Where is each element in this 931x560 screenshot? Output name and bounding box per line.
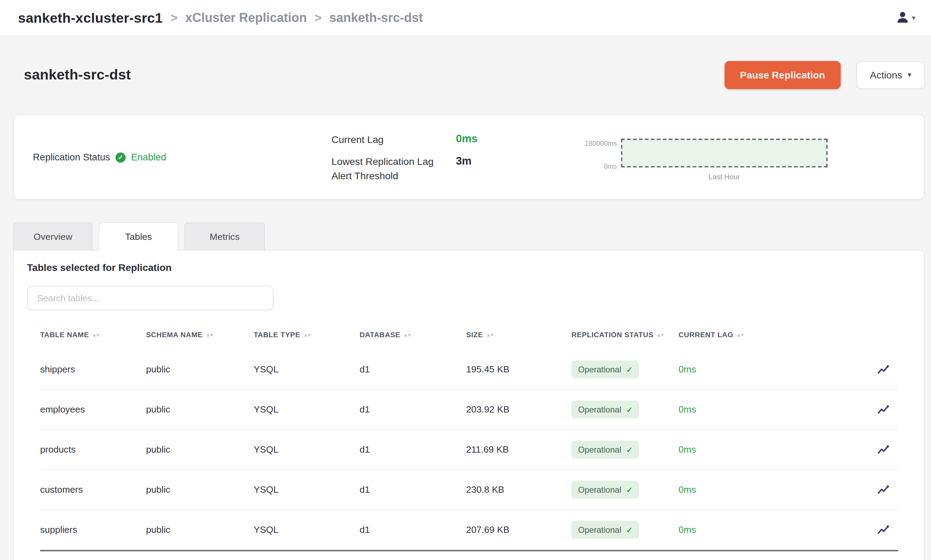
check-icon: ✓ — [626, 445, 633, 454]
breadcrumb: sanketh-xcluster-src1 > xCluster Replica… — [18, 10, 423, 26]
cell-actions — [865, 483, 898, 496]
replication-status-value: Enabled — [131, 152, 166, 163]
cell-table-name: customers — [40, 484, 146, 495]
sort-icon[interactable]: ▴▾ — [207, 332, 214, 337]
breadcrumb-current-config: sanketh-src-dst — [330, 11, 423, 25]
check-icon: ✓ — [626, 525, 633, 534]
pause-replication-button[interactable]: Pause Replication — [724, 61, 841, 89]
sort-icon[interactable]: ▴▾ — [93, 332, 100, 337]
chart-plot-wrap: Last Hour — [621, 139, 828, 181]
check-icon: ✓ — [626, 365, 633, 374]
status-badge: Operational ✓ — [572, 360, 639, 378]
cell-table-type: YSQL — [254, 364, 360, 375]
check-glyph: ✓ — [118, 154, 123, 161]
breadcrumb-separator-icon: > — [314, 11, 321, 25]
status-badge: Operational ✓ — [572, 441, 639, 458]
lowest-lag-label: Lowest Replication Lag Alert Threshold — [331, 155, 444, 183]
sort-icon[interactable]: ▴▾ — [487, 332, 495, 337]
breadcrumb-universe-link[interactable]: sanketh-xcluster-src1 — [18, 10, 163, 26]
cell-actions — [865, 403, 898, 416]
sort-icon[interactable]: ▴▾ — [658, 332, 665, 337]
chart-ymin-label: 0ms — [604, 163, 617, 170]
cell-table-name: shippers — [40, 364, 146, 375]
topbar: sanketh-xcluster-src1 > xCluster Replica… — [0, 0, 931, 37]
trend-chart-icon — [877, 443, 890, 456]
cell-replication-status: Operational ✓ — [572, 401, 679, 418]
breadcrumb-separator-icon: > — [171, 11, 177, 25]
sort-icon[interactable]: ▴▾ — [738, 332, 745, 337]
column-label: TABLE TYPE — [254, 331, 300, 339]
column-header-current-lag[interactable]: CURRENT LAG ▴▾ — [678, 331, 864, 339]
cell-database: d1 — [360, 484, 466, 495]
trend-chart-icon — [877, 483, 890, 496]
row-chart-button[interactable] — [877, 523, 890, 536]
sort-icon[interactable]: ▴▾ — [404, 332, 412, 337]
column-header-size[interactable]: SIZE ▴▾ — [466, 331, 572, 339]
tab-bar: Overview Tables Metrics — [13, 223, 931, 250]
caret-down-icon: ▾ — [912, 14, 915, 22]
column-label: CURRENT LAG — [678, 331, 733, 339]
table-row[interactable]: customers public YSQL d1 230.8 KB Operat… — [40, 470, 898, 510]
table-header-row: TABLE NAME ▴▾ SCHEMA NAME ▴▾ TABLE TYPE … — [40, 320, 898, 350]
page-header: sanketh-src-dst Pause Replication Action… — [24, 57, 925, 93]
check-circle-icon: ✓ — [116, 152, 126, 162]
cell-table-type: YSQL — [254, 484, 360, 495]
tables-section-heading: Tables selected for Replication — [27, 262, 911, 273]
column-header-table-name[interactable]: TABLE NAME ▴▾ — [40, 331, 146, 339]
user-menu[interactable]: ▾ — [895, 9, 915, 27]
table-row[interactable]: shippers public YSQL d1 195.45 KB Operat… — [40, 350, 898, 390]
status-badge: Operational ✓ — [572, 481, 639, 498]
cell-size: 195.45 KB — [466, 364, 572, 375]
cell-size: 230.8 KB — [466, 484, 572, 495]
tables-panel: Tables selected for Replication TABLE NA… — [13, 250, 924, 560]
replication-status-group: Replication Status ✓ Enabled — [33, 152, 166, 163]
row-chart-button[interactable] — [877, 363, 890, 376]
cell-schema-name: public — [146, 364, 254, 375]
row-chart-button[interactable] — [877, 483, 890, 496]
search-tables-input[interactable] — [27, 286, 273, 310]
page-header-actions: Pause Replication Actions ▾ — [724, 61, 925, 89]
table-row[interactable]: products public YSQL d1 211.69 KB Operat… — [40, 430, 898, 470]
cell-size: 203.92 KB — [466, 404, 572, 415]
cell-size: 207.69 KB — [466, 525, 572, 535]
column-header-replication-status[interactable]: REPLICATION STATUS ▴▾ — [572, 331, 679, 339]
cell-schema-name: public — [146, 484, 254, 495]
cell-schema-name: public — [146, 404, 254, 415]
tables-table: TABLE NAME ▴▾ SCHEMA NAME ▴▾ TABLE TYPE … — [40, 320, 898, 551]
sort-icon[interactable]: ▴▾ — [304, 332, 311, 337]
cell-database: d1 — [360, 364, 466, 375]
status-badge-label: Operational — [578, 485, 621, 494]
row-chart-button[interactable] — [877, 443, 890, 456]
column-header-database[interactable]: DATABASE ▴▾ — [360, 331, 466, 339]
cell-table-name: products — [40, 444, 146, 455]
app-window: sanketh-xcluster-src1 > xCluster Replica… — [0, 0, 931, 560]
cell-table-name: employees — [40, 404, 146, 415]
column-label: TABLE NAME — [40, 331, 89, 339]
lag-summary: Current Lag 0ms Lowest Replication Lag A… — [331, 133, 477, 183]
cell-current-lag: 0ms — [678, 525, 864, 535]
status-badge-label: Operational — [578, 525, 621, 535]
chart-y-axis: 180000ms 0ms — [579, 139, 621, 170]
trend-chart-icon — [877, 363, 890, 376]
actions-button[interactable]: Actions ▾ — [856, 61, 925, 89]
cell-replication-status: Operational ✓ — [572, 481, 679, 498]
tab-tables[interactable]: Tables — [99, 223, 178, 251]
table-row[interactable]: employees public YSQL d1 203.92 KB Opera… — [40, 390, 898, 430]
breadcrumb-xcluster-link[interactable]: xCluster Replication — [185, 11, 307, 25]
page-title: sanketh-src-dst — [24, 66, 131, 83]
row-chart-button[interactable] — [877, 403, 890, 416]
column-label: DATABASE — [360, 331, 401, 339]
status-badge: Operational ✓ — [572, 521, 639, 539]
table-row[interactable]: suppliers public YSQL d1 207.69 KB Opera… — [40, 510, 898, 550]
cell-database: d1 — [360, 525, 466, 535]
cell-table-type: YSQL — [254, 525, 360, 535]
tab-metrics[interactable]: Metrics — [184, 223, 265, 250]
check-icon: ✓ — [626, 405, 633, 414]
check-icon: ✓ — [626, 485, 633, 494]
column-header-schema-name[interactable]: SCHEMA NAME ▴▾ — [146, 331, 254, 339]
column-header-table-type[interactable]: TABLE TYPE ▴▾ — [254, 331, 360, 339]
actions-button-label: Actions — [870, 69, 902, 80]
tab-overview[interactable]: Overview — [13, 223, 93, 250]
cell-database: d1 — [360, 444, 466, 455]
status-badge-label: Operational — [578, 445, 621, 454]
